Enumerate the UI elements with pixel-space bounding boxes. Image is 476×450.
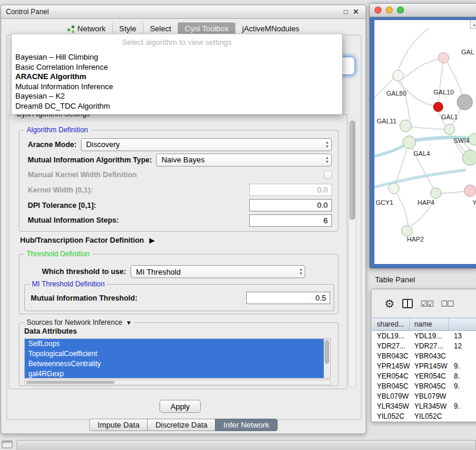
float-window-icon[interactable]: □: [341, 8, 351, 16]
network-node[interactable]: [464, 185, 476, 197]
aracne-mode-combobox[interactable]: Discovery ▲▼: [81, 138, 332, 151]
network-svg[interactable]: GALGAL80GAL10GAL11GAL1SWI4GAL4GCY1HAP4YH…: [374, 20, 476, 264]
network-node[interactable]: [433, 102, 443, 112]
clear-checkboxes-icon[interactable]: ☐☐: [441, 299, 453, 308]
network-node[interactable]: [444, 124, 455, 135]
tab-label: Select: [150, 24, 171, 33]
manual-kernel-label: Manual Kernel Width Definition: [28, 171, 137, 179]
table-panel-heading: Table Panel: [375, 275, 415, 284]
bottom-tab-impute-data[interactable]: Impute Data: [89, 419, 148, 431]
attribute-item-gal4rgexp[interactable]: gal4RGexp: [25, 369, 324, 379]
column-header-name[interactable]: name: [410, 318, 449, 330]
gear-icon[interactable]: ⚙: [384, 298, 395, 309]
table-cell: 13: [449, 331, 476, 341]
attributes-horizontal-scrollbar[interactable]: [24, 380, 331, 385]
mac-zoom-icon[interactable]: [397, 6, 404, 14]
table-cell: YDR27...: [372, 341, 410, 351]
table-cell: YER054C: [372, 371, 410, 381]
algorithm-option-basic-correlation-inference[interactable]: Basic Correlation Inference: [12, 63, 342, 73]
network-scrollbar-button[interactable]: ▲: [470, 20, 476, 29]
network-canvas[interactable]: GALGAL80GAL10GAL11GAL1SWI4GAL4GCY1HAP4YH…: [374, 20, 476, 264]
node-label-gal1: GAL1: [441, 113, 458, 120]
settings-scrollbar[interactable]: [348, 118, 356, 388]
table-row[interactable]: YDR27...YDR27...12: [372, 341, 476, 351]
algorithm-option-mutual-information-inference[interactable]: Mutual Information Inference: [12, 82, 342, 92]
network-edge[interactable]: [412, 127, 444, 129]
mi-threshold-field[interactable]: 0.5: [246, 292, 330, 304]
close-window-icon[interactable]: ✕: [351, 8, 361, 16]
mac-minimize-icon[interactable]: [386, 6, 393, 14]
attribute-item-topologicalcoefficient[interactable]: TopologicalCoefficient: [25, 349, 324, 359]
node-label-gal10: GAL10: [433, 89, 454, 96]
network-edge[interactable]: [439, 63, 443, 102]
algorithm-dropdown-list: Bayesian – Hill ClimbingBasic Correlatio…: [12, 53, 342, 111]
select-all-checkboxes-icon[interactable]: ☑☑: [420, 299, 433, 308]
attribute-item-selfloops[interactable]: SelfLoops: [25, 339, 324, 349]
table-row[interactable]: YIL052CYIL052C: [372, 411, 476, 421]
mac-close-icon[interactable]: [374, 6, 382, 14]
table-cell: YIL052C: [410, 411, 449, 421]
table-row[interactable]: YDL19...YDL19...13: [372, 331, 476, 341]
dpi-tolerance-field[interactable]: 0.0: [249, 199, 332, 211]
bottom-status-bar[interactable]: [17, 440, 476, 450]
attribute-item-betweennesscentrality[interactable]: BetweennessCentrality: [25, 359, 324, 369]
network-node[interactable]: [462, 150, 476, 165]
network-node[interactable]: [438, 53, 449, 63]
kernel-width-field[interactable]: 0.0: [249, 184, 332, 196]
attributes-vertical-scrollbar[interactable]: [324, 339, 330, 378]
sources-group-title[interactable]: Sources for Network Inference ▼: [24, 318, 134, 327]
algorithm-option-aracne-algorithm[interactable]: ARACNE Algorithm: [12, 72, 342, 82]
hub-definition-section[interactable]: Hub/Transcription Factor Definition ▶: [20, 236, 155, 244]
table-cell: YBR043C: [372, 351, 410, 361]
table-cell: YBR045C: [372, 381, 410, 391]
network-node[interactable]: [400, 120, 412, 132]
network-node[interactable]: [402, 226, 412, 236]
expand-right-icon[interactable]: ▶: [149, 236, 155, 244]
algorithm-option-dream8-dc-tdc-algorithm[interactable]: Dream8 DC_TDC Algorithm: [12, 102, 342, 112]
node-label-gcy1: GCY1: [376, 199, 393, 206]
table-cell: YDL19...: [372, 331, 410, 341]
columns-icon[interactable]: [402, 299, 413, 308]
tab-label: Cyni Toolbox: [185, 24, 229, 33]
network-edge[interactable]: [441, 191, 464, 193]
minimized-panel-icon[interactable]: [2, 441, 12, 448]
network-edge[interactable]: [396, 194, 408, 226]
apply-button[interactable]: Apply: [159, 400, 201, 413]
table-row[interactable]: YBR045CYBR045C9.: [372, 381, 476, 391]
mi-steps-field[interactable]: 6: [249, 214, 332, 227]
network-edge[interactable]: [401, 81, 410, 120]
bottom-tab-discretize-data[interactable]: Discretize Data: [147, 419, 216, 431]
network-edge[interactable]: [396, 149, 407, 183]
network-node[interactable]: [468, 133, 476, 145]
bottom-tab-infer-network[interactable]: Infer Network: [215, 419, 277, 431]
combo-arrows-icon: ▲▼: [299, 268, 302, 276]
network-edge[interactable]: [374, 145, 404, 157]
network-edge[interactable]: [374, 170, 466, 188]
network-node[interactable]: [431, 188, 441, 198]
control-panel-titlebar[interactable]: Control Panel □ ✕: [1, 5, 366, 19]
table-row[interactable]: YPR145WYPR145W9.: [372, 361, 476, 371]
network-edge[interactable]: [403, 59, 438, 79]
table-row[interactable]: YER054CYER054C8.: [372, 371, 476, 381]
table-cell: YLR345W: [410, 401, 449, 411]
table-row[interactable]: YBR043CYBR043C: [372, 351, 476, 361]
network-node[interactable]: [389, 183, 399, 194]
network-window-titlebar[interactable]: [370, 4, 476, 17]
network-node[interactable]: [457, 94, 472, 110]
collapse-down-icon[interactable]: ▼: [126, 319, 132, 326]
mi-type-combobox[interactable]: Naive Bayes ▲▼: [156, 154, 332, 167]
data-attributes-list[interactable]: SelfLoopsTopologicalCoefficientBetweenne…: [24, 338, 331, 379]
column-header-shared[interactable]: shared...: [372, 318, 410, 330]
bottom-tabs: Impute DataDiscretize DataInfer Network: [1, 419, 366, 431]
table-row[interactable]: YLR345WYLR345W9.: [372, 401, 476, 411]
which-threshold-combobox[interactable]: MI Threshold ▲▼: [131, 265, 305, 278]
network-node[interactable]: [403, 136, 416, 149]
column-header-2[interactable]: [449, 318, 476, 330]
table-cell: YPR145W: [372, 361, 410, 371]
table-cell: YPR145W: [410, 361, 449, 371]
algorithm-option-bayesian-hill-climbing[interactable]: Bayesian – Hill Climbing: [12, 53, 342, 63]
manual-kernel-checkbox[interactable]: [324, 171, 332, 179]
algorithm-option-bayesian-k2[interactable]: Bayesian – K2: [12, 92, 342, 102]
table-row[interactable]: YBL079WYBL079W: [372, 391, 476, 401]
network-node[interactable]: [393, 70, 403, 81]
